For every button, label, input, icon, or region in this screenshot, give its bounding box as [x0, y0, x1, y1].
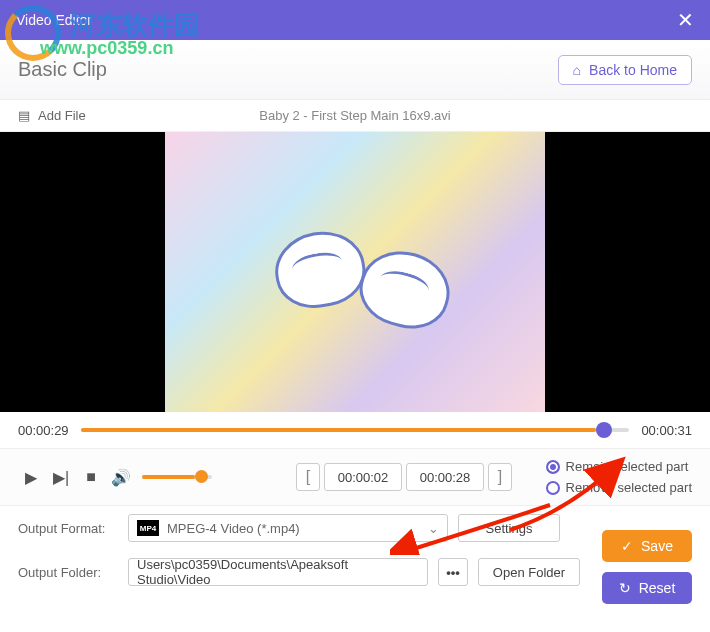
add-file-icon: ▤: [18, 108, 30, 123]
titlebar: Video Editor ✕: [0, 0, 710, 40]
window-title: Video Editor: [16, 12, 92, 28]
output-folder-label: Output Folder:: [18, 565, 118, 580]
add-file-label: Add File: [38, 108, 86, 123]
output-format-label: Output Format:: [18, 521, 118, 536]
video-frame[interactable]: [165, 132, 545, 412]
close-icon[interactable]: ✕: [677, 8, 694, 32]
browse-folder-button[interactable]: •••: [438, 558, 468, 586]
volume-handle[interactable]: [195, 470, 208, 483]
file-toolbar: ▤ Add File Baby 2 - First Step Main 16x9…: [0, 100, 710, 132]
radio-remove[interactable]: Remove selected part: [546, 477, 692, 498]
output-format-select[interactable]: MP4 MPEG-4 Video (*.mp4) ⌄: [128, 514, 448, 542]
output-folder-field[interactable]: Users\pc0359\Documents\Apeaksoft Studio\…: [128, 558, 428, 586]
open-folder-button[interactable]: Open Folder: [478, 558, 580, 586]
header-row: Basic Clip ⌂ Back to Home: [0, 40, 710, 100]
reset-icon: ↻: [619, 580, 631, 596]
volume-icon[interactable]: 🔊: [108, 464, 134, 490]
play-button[interactable]: ▶: [18, 464, 44, 490]
home-icon: ⌂: [573, 62, 581, 78]
clip-end-input[interactable]: [406, 463, 484, 491]
volume-slider[interactable]: [142, 475, 212, 479]
radio-dot-icon: [546, 481, 560, 495]
timeline-fill: [81, 428, 597, 432]
save-button[interactable]: ✓ Save: [602, 530, 692, 562]
video-preview-area: [0, 132, 710, 412]
current-filename: Baby 2 - First Step Main 16x9.avi: [259, 108, 450, 123]
radio-remain-label: Remain selected part: [566, 459, 689, 474]
back-to-home-button[interactable]: ⌂ Back to Home: [558, 55, 692, 85]
settings-button[interactable]: Settings: [458, 514, 560, 542]
breadcrumb: Basic Clip: [18, 58, 107, 81]
radio-dot-icon: [546, 460, 560, 474]
output-format-value: MPEG-4 Video (*.mp4): [167, 521, 300, 536]
radio-remove-label: Remove selected part: [566, 480, 692, 495]
clip-range-controls: [ ]: [296, 463, 512, 491]
clip-start-bracket-button[interactable]: [: [296, 463, 320, 491]
video-content-graphic: [352, 242, 458, 338]
clip-end-bracket-button[interactable]: ]: [488, 463, 512, 491]
time-total: 00:00:31: [641, 423, 692, 438]
timeline-playhead[interactable]: [596, 422, 612, 438]
save-label: Save: [641, 538, 673, 554]
reset-button[interactable]: ↻ Reset: [602, 572, 692, 604]
add-file-button[interactable]: ▤ Add File: [18, 108, 86, 123]
radio-remain[interactable]: Remain selected part: [546, 456, 692, 477]
step-button[interactable]: ▶|: [48, 464, 74, 490]
format-icon: MP4: [137, 520, 159, 536]
clip-mode-radios: Remain selected part Remove selected par…: [546, 456, 692, 498]
home-button-label: Back to Home: [589, 62, 677, 78]
timeline-track[interactable]: [81, 428, 630, 432]
output-folder-value: Users\pc0359\Documents\Apeaksoft Studio\…: [137, 557, 419, 587]
time-current: 00:00:29: [18, 423, 69, 438]
playback-controls: ▶ ▶| ■ 🔊 [ ] Remain selected part Remove…: [0, 448, 710, 506]
reset-label: Reset: [639, 580, 676, 596]
video-content-graphic: [269, 225, 371, 314]
timeline: 00:00:29 00:00:31: [0, 412, 710, 448]
clip-start-input[interactable]: [324, 463, 402, 491]
stop-button[interactable]: ■: [78, 464, 104, 490]
volume-fill: [142, 475, 195, 479]
chevron-down-icon: ⌄: [428, 521, 439, 536]
save-icon: ✓: [621, 538, 633, 554]
